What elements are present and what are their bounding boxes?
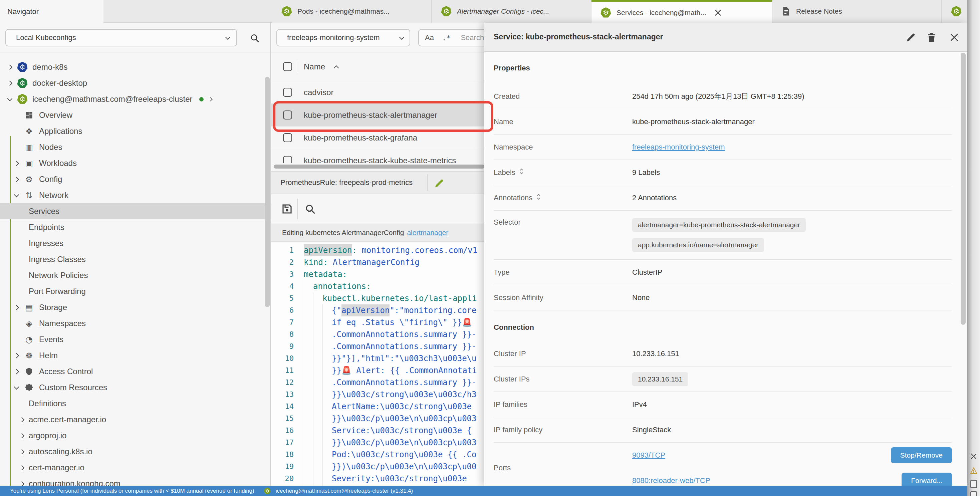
code-token: }}: [332, 364, 342, 377]
match-case-toggle[interactable]: Aa: [425, 33, 434, 42]
sidebar-item-demo-k8s[interactable]: demo-k8s: [0, 59, 270, 75]
chevron-slot: [15, 306, 23, 309]
sidebar-item-events[interactable]: ◔Events: [0, 331, 270, 348]
sidebar-item-network-policies[interactable]: Network Policies: [0, 267, 270, 283]
indent-guide: [313, 413, 323, 424]
sidebar-item-applications[interactable]: ❖Applications: [0, 123, 270, 139]
sidebar-item-label: Port Forwarding: [29, 287, 86, 296]
chevron-right-icon[interactable]: [14, 353, 19, 358]
chevron-right-icon[interactable]: [19, 449, 25, 454]
sidebar-item-argoproj-io[interactable]: argoproj.io: [0, 428, 270, 444]
sidebar-item-docker-desktop[interactable]: docker-desktop: [0, 75, 270, 91]
sidebar-item-services[interactable]: Services: [0, 203, 270, 219]
tab-Alertmanager Configs - icec...[interactable]: Alertmanager Configs - icec...: [432, 0, 592, 23]
chevron-right-icon[interactable]: [19, 465, 25, 470]
service-name-cell: kube-prometheus-stack-grafana: [304, 127, 417, 149]
sidebar-item-port-forwarding[interactable]: Port Forwarding: [0, 283, 270, 299]
close-icon[interactable]: [970, 452, 978, 460]
sidebar-item-endpoints[interactable]: Endpoints: [0, 219, 270, 235]
forward-button[interactable]: Forward...: [902, 473, 952, 486]
sidebar-item-icecheng-mathmast-com-freeleaps-cluster[interactable]: icecheng@mathmast.com@freeleaps-cluster: [0, 91, 270, 107]
edit-pencil-icon[interactable]: [434, 178, 445, 189]
chevron-right-icon[interactable]: [7, 80, 13, 86]
select-all-checkbox[interactable]: [283, 62, 292, 71]
sort-updown-icon[interactable]: [515, 168, 524, 177]
row-checkbox[interactable]: [283, 133, 292, 142]
namespace-select[interactable]: freeleaps-monitoring-system: [276, 29, 410, 46]
close-icon[interactable]: [949, 32, 959, 43]
cluster-status-text[interactable]: icecheng@mathmast.com@freeleaps-cluster …: [276, 488, 413, 494]
chevron-right-icon[interactable]: [14, 176, 19, 182]
sidebar-item-storage[interactable]: ▤Storage: [0, 299, 270, 315]
sidebar-item-acme-cert-manager-io[interactable]: acme.cert-manager.io: [0, 412, 270, 428]
chevron-right-icon[interactable]: [19, 481, 25, 486]
sidebar-item-ingresses[interactable]: Ingresses: [0, 235, 270, 251]
detail-value: None: [632, 293, 650, 302]
code-text: }}"}],"html":"\u003ch3\u003e\u: [304, 353, 476, 364]
page-thumbnail-icon[interactable]: [970, 491, 977, 496]
sidebar-item-access-control[interactable]: Access Control: [0, 364, 270, 380]
indent-guide: [304, 461, 313, 473]
chevron-down-icon[interactable]: [14, 384, 19, 389]
sidebar-item-configuration-konghq-com[interactable]: configuration.konghq.com: [0, 475, 270, 486]
port-link[interactable]: 8080:reloader-web/TCP: [632, 476, 710, 485]
navigator-panel-tab[interactable]: Navigator: [0, 0, 103, 23]
chevron-right-icon[interactable]: [7, 64, 13, 70]
row-checkbox[interactable]: [283, 156, 292, 163]
indent-guide: [304, 280, 313, 293]
port-link[interactable]: 9093/TCP: [632, 451, 665, 459]
chevron-slot: [20, 418, 29, 421]
sidebar-item-definitions[interactable]: Definitions: [0, 396, 270, 412]
drawer-scrollbar[interactable]: [961, 53, 966, 325]
chevron-down-icon[interactable]: [7, 96, 13, 101]
close-icon[interactable]: [714, 8, 722, 17]
indent-guide: [304, 413, 313, 424]
sidebar-item-namespaces[interactable]: ◈Namespaces: [0, 315, 270, 331]
editor-search-icon[interactable]: [304, 203, 316, 215]
sidebar-item-ingress-classes[interactable]: Ingress Classes: [0, 251, 270, 267]
sidebar-item-config[interactable]: ⚙Config: [0, 171, 270, 187]
tab-Pods - icecheng@mathmas...[interactable]: Pods - icecheng@mathmas...: [272, 0, 432, 23]
horizontal-scrollbar-thumb[interactable]: [274, 165, 485, 169]
sidebar-item-network[interactable]: ⇅Network: [0, 187, 270, 203]
namespace-link[interactable]: freeleaps-monitoring-system: [632, 143, 725, 151]
chevron-right-icon[interactable]: [208, 97, 213, 102]
save-icon[interactable]: [281, 203, 293, 215]
indent-guide: [313, 353, 323, 364]
detail-label: Session Affinity: [494, 293, 632, 302]
code-token: if eq .Status \"firing\" }}: [332, 316, 462, 328]
row-checkbox[interactable]: [283, 88, 292, 97]
kubeconfig-select[interactable]: Local Kubeconfigs: [5, 29, 237, 46]
regex-toggle[interactable]: .*: [442, 34, 451, 42]
sidebar-item-cert-manager-io[interactable]: cert-manager.io: [0, 459, 270, 475]
chevron-right-icon[interactable]: [19, 433, 25, 438]
chevron-right-icon[interactable]: [14, 161, 19, 166]
search-icon[interactable]: [250, 33, 260, 43]
row-checkbox[interactable]: [283, 110, 292, 119]
tab-Release Notes[interactable]: Release Notes: [772, 0, 942, 23]
sidebar-item-label: cert-manager.io: [29, 463, 84, 472]
sidebar-item-autoscaling-k8s-io[interactable]: autoscaling.k8s.io: [0, 444, 270, 459]
tab-Services - icecheng@math...[interactable]: Services - icecheng@math...: [592, 0, 772, 23]
detail-row-annotations: Annotations2 Annotations: [494, 185, 952, 211]
chevron-right-icon[interactable]: [14, 369, 19, 374]
sort-updown-icon[interactable]: [532, 193, 541, 202]
sidebar-item-overview[interactable]: Overview: [0, 107, 270, 123]
stop-remove-button[interactable]: Stop/Remove: [891, 447, 952, 463]
chevron-down-icon[interactable]: [14, 192, 19, 197]
editing-resource-link[interactable]: alertmanager: [407, 229, 448, 237]
page-thumbnail-icon[interactable]: [970, 480, 977, 488]
name-column-header[interactable]: Name: [304, 52, 338, 81]
sidebar-item-custom-resources[interactable]: Custom Resources: [0, 380, 270, 396]
sidebar-item-nodes[interactable]: ▥Nodes: [0, 139, 270, 155]
code-text: }}\u003c/strong\u003e\u003c/h3: [304, 388, 476, 401]
trash-icon[interactable]: [926, 32, 937, 43]
line-number: 12: [271, 377, 294, 388]
indent-guide: [304, 353, 313, 364]
chevron-right-icon[interactable]: [19, 417, 25, 422]
edit-pencil-icon[interactable]: [905, 32, 916, 43]
sidebar-item-workloads[interactable]: ▣Workloads: [0, 155, 270, 171]
sidebar-scrollbar[interactable]: [265, 77, 270, 307]
chevron-right-icon[interactable]: [14, 305, 19, 310]
sidebar-item-helm[interactable]: ☸Helm: [0, 348, 270, 364]
